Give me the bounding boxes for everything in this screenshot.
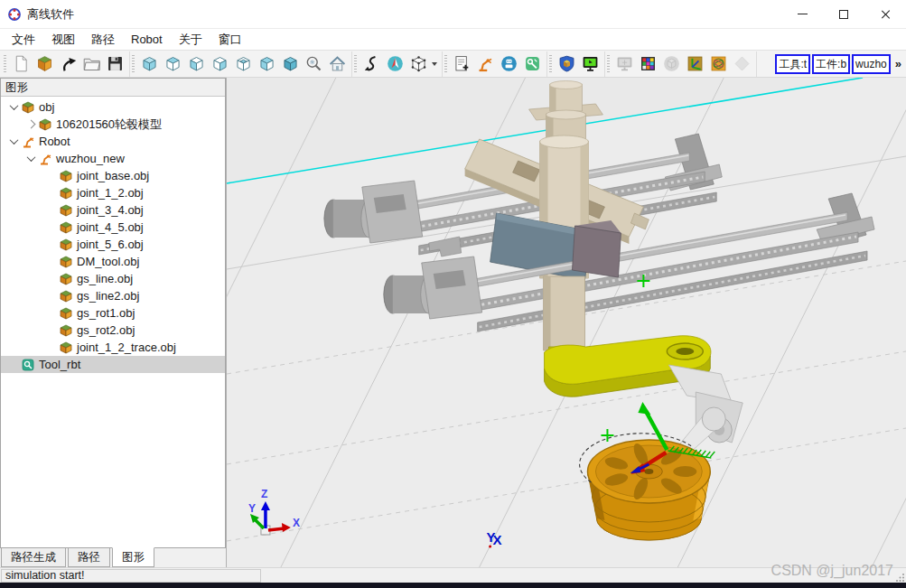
new-path-button[interactable] [450,52,473,76]
robot-arm-button[interactable] [473,52,497,76]
tree-item-wuzhou_new[interactable]: wuzhou_new [1,150,225,167]
export-model-button[interactable] [56,52,79,76]
tree-expander-icon[interactable] [44,272,59,286]
tree-item-106201560轮毂模型[interactable]: 106201560轮毂模型 [1,116,225,133]
tree-expander-icon[interactable] [6,135,21,149]
menu-window[interactable]: 窗口 [210,29,250,51]
rings-button[interactable] [706,52,730,76]
view-iso-button[interactable] [137,52,161,76]
tree-item-joint_1_2.obj[interactable]: joint_1_2.obj [1,184,225,201]
view-front-button[interactable] [161,52,184,76]
tree-item-label: joint_3_4.obj [77,203,144,217]
diamond-icon [733,54,752,73]
chevron-down-icon[interactable] [432,62,437,66]
zoom-fit-button[interactable] [302,52,325,76]
tree-item-joint_4_5.obj[interactable]: joint_4_5.obj [1,219,225,236]
diamond-button[interactable] [730,52,753,76]
home-view-button[interactable] [325,52,349,76]
tree-node-icon [21,135,35,148]
tree-expander-icon[interactable] [44,169,59,183]
tree-expander-icon[interactable] [6,100,21,115]
tree-expander-icon[interactable] [44,255,59,269]
undo-button[interactable] [360,52,383,76]
save-button[interactable] [103,52,126,76]
robot-select-combo[interactable]: wuzho [852,54,891,74]
view-left-button[interactable] [184,52,208,76]
view-left-icon [187,54,206,73]
tree-item-joint_3_4.obj[interactable]: joint_3_4.obj [1,201,225,219]
tree-node-icon [59,289,73,303]
select-vertices-icon [409,54,428,73]
tree-item-gs_line2.obj[interactable]: gs_line2.obj [1,287,225,304]
menu-robot[interactable]: Robot [123,30,171,49]
view-solid-button[interactable] [278,52,302,76]
simulation-screen-button[interactable] [578,52,602,76]
tree-item-joint_1_2_trace.obj[interactable]: joint_1_2_trace.obj [1,339,225,356]
workpiece-select-combo[interactable]: 工件:b [812,54,850,74]
tree-expander-icon[interactable] [44,323,59,338]
tree-item-gs_rot2.obj[interactable]: gs_rot2.obj [1,322,225,339]
model-tree[interactable]: obj 106201560轮毂模型 Robot wuzhou_new joint… [1,97,225,547]
robot-settings-button[interactable] [520,52,544,76]
viewport-3d[interactable]: Y X Z Y X [226,78,906,567]
menu-path[interactable]: 路径 [83,29,123,51]
tree-node-icon [38,152,52,165]
menu-file[interactable]: 文件 [4,29,43,51]
navigate-icon [386,54,405,73]
tree-node-icon [59,323,73,337]
tree-item-joint_5_6.obj[interactable]: joint_5_6.obj [1,236,225,253]
tree-node-icon [38,117,52,131]
window-title: 离线软件 [27,6,74,23]
resize-grip[interactable] [895,572,905,582]
minimize-button[interactable] [781,0,823,28]
tree-expander-icon[interactable] [23,152,38,166]
tree-item-label: Tool_rbt [39,358,80,371]
tab-graphics[interactable]: 图形 [112,547,154,567]
close-button[interactable] [864,0,906,28]
maximize-button[interactable] [823,0,864,28]
tree-expander-icon[interactable] [44,341,59,355]
shield-cube-button[interactable] [555,52,578,76]
tree-expander-icon[interactable] [6,358,21,372]
tree-item-gs_rot1.obj[interactable]: gs_rot1.obj [1,304,225,322]
tree-node-icon [59,220,73,234]
tree-expander-icon[interactable] [44,238,59,252]
color-grid-button[interactable] [636,52,659,76]
tree-item-label: gs_rot2.obj [77,323,135,337]
tree-item-gs_line.obj[interactable]: gs_line.obj [1,270,225,287]
view-back-button[interactable] [231,52,255,76]
view-bottom-button[interactable] [255,52,278,76]
open-folder-button[interactable] [79,52,103,76]
menu-view[interactable]: 视图 [43,29,83,51]
wireframe-cube-button[interactable] [659,52,683,76]
tree-item-label: joint_1_2_trace.obj [77,341,176,354]
screen-capture-button[interactable] [612,52,636,76]
robot-run-button[interactable] [497,52,520,76]
tree-item-Tool_rbt[interactable]: Tool_rbt [1,356,225,373]
view-right-icon [210,54,229,73]
tree-expander-icon[interactable] [23,117,38,132]
tree-expander-icon[interactable] [44,289,59,303]
tree-expander-icon[interactable] [44,203,59,218]
robot-run-icon [500,54,518,73]
axis-z-label: Z [261,488,267,500]
menu-about[interactable]: 关于 [171,29,210,51]
tree-item-obj[interactable]: obj [1,98,225,116]
tool-select-combo[interactable]: 工具:t [775,54,810,74]
tab-path[interactable]: 路径 [68,548,110,567]
tree-item-DM_tool.obj[interactable]: DM_tool.obj [1,253,225,270]
view-right-button[interactable] [208,52,231,76]
select-vertices-button[interactable] [406,52,430,76]
toolbar-overflow-button[interactable]: » [892,57,904,70]
import-model-button[interactable] [33,52,56,76]
navigate-button[interactable] [383,52,406,76]
tree-item-joint_base.obj[interactable]: joint_base.obj [1,167,225,184]
tree-expander-icon[interactable] [44,306,59,321]
tree-expander-icon[interactable] [44,186,59,201]
axes-tool-button[interactable] [683,52,706,76]
tree-item-label: joint_4_5.obj [77,220,144,234]
new-file-button[interactable] [9,52,33,76]
tree-item-Robot[interactable]: Robot [1,133,225,150]
tree-expander-icon[interactable] [44,220,59,235]
tab-path-generation[interactable]: 路径生成 [1,548,66,567]
